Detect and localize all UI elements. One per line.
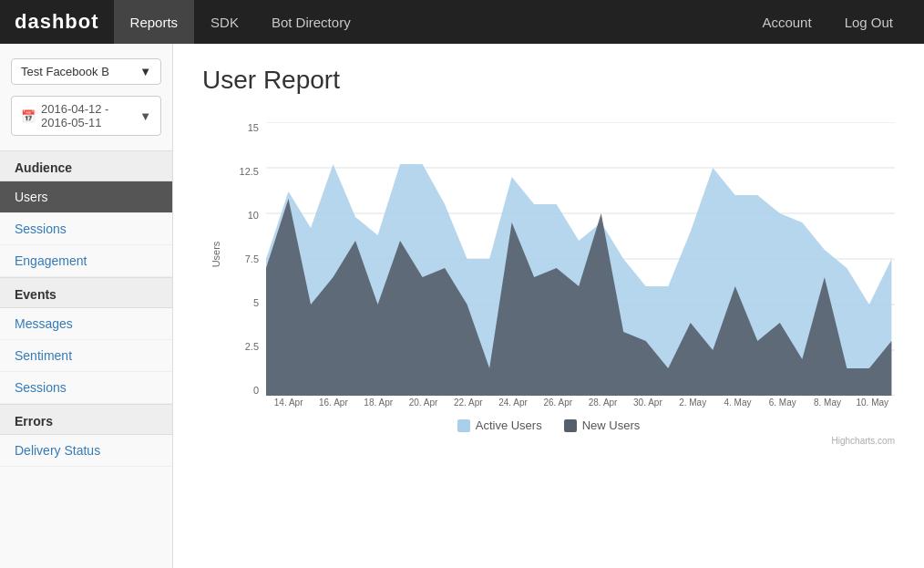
chart-container: Users 15 12.5 10 7.5 5 2.5 0 [202,113,895,450]
nav-links: Reports SDK Bot Directory [114,0,746,44]
sidebar-item-users[interactable]: Users [0,181,172,213]
y-label-2-5: 2.5 [245,341,259,352]
x-label-3: 20. Apr [401,398,446,408]
highcharts-credit: Highcharts.com [202,436,895,446]
x-label-2: 18. Apr [356,398,401,408]
sidebar-item-delivery-status[interactable]: Delivery Status [0,435,172,467]
date-range-label: 2016-04-12 - 2016-05-11 [41,102,134,129]
nav-right: Account Log Out [745,0,909,44]
legend-new-users: New Users [564,418,641,432]
x-label-11: 6. May [760,398,805,408]
area-chart [266,122,895,396]
new-users-swatch [564,419,577,432]
section-errors: Errors [0,404,172,435]
brand-logo: dashbot [15,10,99,34]
y-label-10: 10 [248,210,259,221]
x-label-13: 10. May [850,398,895,408]
calendar-icon: 📅 [21,109,36,123]
dropdown-arrow-icon: ▼ [139,65,151,78]
legend-active-users: Active Users [457,418,542,432]
x-label-7: 28. Apr [580,398,625,408]
y-label-12-5: 12.5 [240,166,259,177]
x-label-5: 24. Apr [490,398,535,408]
x-label-9: 2. May [671,398,715,408]
x-label-1: 16. Apr [311,398,355,408]
y-label-0: 0 [253,385,259,396]
active-users-swatch [457,419,470,432]
nav-sdk[interactable]: SDK [194,0,255,44]
nav-account[interactable]: Account [745,0,827,44]
section-events: Events [0,277,172,308]
sidebar: Test Facebook B ▼ 📅 2016-04-12 - 2016-05… [0,44,173,568]
date-range-picker[interactable]: 📅 2016-04-12 - 2016-05-11 ▼ [11,96,161,136]
section-audience: Audience [0,150,172,181]
x-label-10: 4. May [715,398,760,408]
x-label-4: 22. Apr [446,398,490,408]
y-axis: 15 12.5 10 7.5 5 2.5 0 [230,122,266,396]
active-users-label: Active Users [476,418,542,432]
y-label-5: 5 [253,297,259,308]
chart-legend: Active Users New Users [202,418,895,432]
page-title: User Report [202,66,895,95]
y-label-15: 15 [248,122,259,133]
x-axis: 14. Apr 16. Apr 18. Apr 20. Apr 22. Apr … [202,398,895,408]
x-label-6: 26. Apr [536,398,580,408]
content-area: User Report Users 15 12.5 10 7.5 5 2.5 0 [173,44,924,568]
x-label-8: 30. Apr [625,398,670,408]
date-arrow-icon: ▼ [139,109,151,123]
sidebar-item-sentiment[interactable]: Sentiment [0,340,172,372]
x-label-0: 14. Apr [266,398,311,408]
sidebar-item-engagement[interactable]: Engagement [0,245,172,277]
y-label-7-5: 7.5 [245,253,259,264]
nav-logout[interactable]: Log Out [828,0,909,44]
navbar: dashbot Reports SDK Bot Directory Accoun… [0,0,924,44]
main-layout: Test Facebook B ▼ 📅 2016-04-12 - 2016-05… [0,44,924,568]
y-axis-title: Users [210,242,221,268]
bot-selector-label: Test Facebook B [21,65,109,78]
sidebar-item-sessions[interactable]: Sessions [0,213,172,245]
new-users-label: New Users [582,418,641,432]
nav-bot-directory[interactable]: Bot Directory [255,0,367,44]
sidebar-item-messages[interactable]: Messages [0,308,172,340]
x-label-12: 8. May [805,398,849,408]
bot-selector[interactable]: Test Facebook B ▼ [11,58,161,85]
sidebar-item-sessions-events[interactable]: Sessions [0,372,172,404]
nav-reports[interactable]: Reports [114,0,195,44]
